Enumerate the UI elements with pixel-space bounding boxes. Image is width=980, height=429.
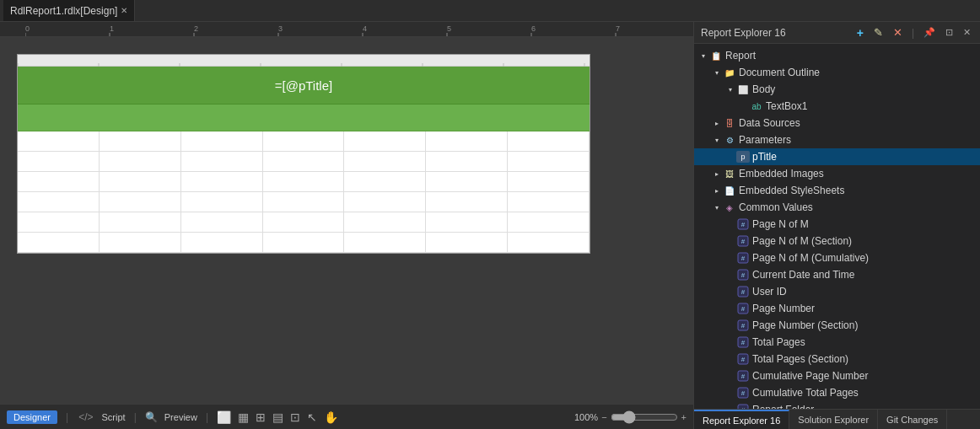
tree-label-embedded-stylesheets: Embedded StyleSheets — [739, 185, 844, 196]
explorer-pin-btn[interactable]: 📌 — [921, 25, 938, 40]
table-cell — [100, 192, 181, 212]
tree-item-page-n-of-m[interactable]: #Page N of M — [694, 216, 980, 233]
tree-icon-page-n-of-m: # — [736, 218, 750, 230]
table-cell — [181, 192, 263, 212]
svg-text:#: # — [741, 288, 746, 296]
svg-text:6: 6 — [531, 24, 536, 33]
tree-item-page-number-section[interactable]: #Page Number (Section) — [694, 317, 980, 334]
table-cell — [344, 212, 426, 232]
tree-item-current-date-time[interactable]: #Current Date and Time — [694, 266, 980, 283]
table-cell — [263, 172, 345, 191]
explorer-tab-solution-explorer[interactable]: Solution Explorer — [789, 410, 878, 429]
design-surface[interactable]: =[@pTitle] — [0, 37, 693, 404]
table-cell — [181, 172, 263, 191]
tree-icon-total-pages-section: # — [736, 353, 750, 365]
tree-item-report-folder[interactable]: #Report Folder — [694, 401, 980, 409]
tree-arrow-body[interactable] — [724, 86, 736, 94]
tree-arrow-embedded-images[interactable] — [711, 170, 723, 178]
layout-icon-4[interactable]: ▤ — [272, 410, 283, 424]
report-header-row: =[@pTitle] — [18, 67, 590, 105]
table-cell — [426, 212, 508, 232]
tree-icon-textbox1: ab — [750, 100, 763, 112]
tree-item-pTitle[interactable]: ppTitle — [694, 148, 980, 165]
tree-arrow-doc-outline[interactable] — [711, 69, 723, 77]
zoom-plus-icon[interactable]: + — [681, 412, 687, 422]
tab-design[interactable]: RdlReport1.rdlx[Design] ✕ — [3, 0, 135, 21]
table-cell — [508, 212, 590, 232]
table-cell — [426, 172, 508, 191]
tree-arrow-report[interactable] — [697, 52, 709, 60]
explorer-tab-git-changes[interactable]: Git Changes — [878, 410, 947, 429]
tree-arrow-embedded-stylesheets[interactable] — [711, 187, 723, 195]
explorer-sep: | — [912, 27, 914, 39]
layout-icon-2[interactable]: ▦ — [238, 410, 249, 424]
explorer-tab-report-explorer[interactable]: Report Explorer 16 — [694, 410, 789, 429]
tree-label-parameters: Parameters — [739, 134, 791, 146]
tree-item-textbox1[interactable]: abTextBox1 — [694, 98, 980, 115]
table-cell — [426, 152, 508, 171]
tree-item-user-id[interactable]: #User ID — [694, 283, 980, 300]
tree-icon-pTitle: p — [736, 151, 750, 163]
table-cell — [181, 233, 263, 252]
tree-item-data-sources[interactable]: 🗄Data Sources — [694, 115, 980, 131]
explorer-add-btn[interactable]: + — [854, 24, 866, 41]
search-icon: 🔍 — [145, 411, 158, 423]
report-title-text: =[@pTitle] — [275, 78, 332, 93]
script-label[interactable]: Script — [102, 412, 126, 422]
svg-text:#: # — [741, 221, 746, 228]
tree-item-body[interactable]: ⬜Body — [694, 81, 980, 98]
tree-item-cumulative-total-pages[interactable]: #Cumulative Total Pages — [694, 384, 980, 401]
tree-item-page-number[interactable]: #Page Number — [694, 300, 980, 317]
tree-label-cumulative-page-number: Cumulative Page Number — [752, 370, 868, 382]
table-cell — [344, 172, 426, 191]
layout-icon-5[interactable]: ⊡ — [290, 410, 300, 424]
explorer-close-btn[interactable]: ✕ — [961, 25, 973, 40]
explorer-title: Report Explorer 16 — [701, 27, 786, 39]
ruler: 0 1 2 3 4 5 6 7 — [0, 22, 693, 37]
tree-arrow-parameters[interactable] — [711, 137, 723, 144]
table-cell — [18, 131, 100, 151]
table-row — [18, 233, 590, 253]
tree-arrow-data-sources[interactable] — [711, 120, 723, 127]
tree-item-total-pages[interactable]: #Total Pages — [694, 334, 980, 351]
table-cell — [18, 152, 100, 171]
zoom-minus-icon[interactable]: − — [601, 412, 606, 422]
hand-icon[interactable]: ✋ — [324, 410, 338, 424]
tree-item-total-pages-section[interactable]: #Total Pages (Section) — [694, 351, 980, 367]
preview-label[interactable]: Preview — [164, 412, 197, 422]
layout-icon-1[interactable]: ⬜ — [217, 410, 231, 424]
explorer-edit-btn[interactable]: ✎ — [871, 24, 886, 40]
tree-item-embedded-stylesheets[interactable]: 📄Embedded StyleSheets — [694, 182, 980, 199]
explorer-float-btn[interactable]: ⊡ — [943, 25, 956, 40]
tree-item-report[interactable]: 📋Report — [694, 47, 980, 64]
cursor-icon[interactable]: ↖ — [307, 410, 317, 424]
tree-item-cumulative-page-number[interactable]: #Cumulative Page Number — [694, 367, 980, 384]
explorer-delete-btn[interactable]: ✕ — [891, 24, 905, 40]
svg-text:3: 3 — [278, 24, 283, 33]
tree-arrow-common-values[interactable] — [711, 204, 723, 212]
explorer-tree[interactable]: 📋Report📁Document Outline⬜BodyabTextBox1🗄… — [694, 44, 980, 409]
designer-button[interactable]: Designer — [7, 410, 57, 424]
tab-close-icon[interactable]: ✕ — [121, 6, 127, 15]
tree-item-page-n-of-m-section[interactable]: #Page N of M (Section) — [694, 233, 980, 249]
tree-item-page-n-of-m-cumulative[interactable]: #Page N of M (Cumulative) — [694, 249, 980, 266]
tree-item-common-values[interactable]: ◈Common Values — [694, 199, 980, 216]
tree-item-embedded-images[interactable]: 🖼Embedded Images — [694, 165, 980, 182]
tree-label-total-pages: Total Pages — [752, 336, 805, 348]
table-cell — [18, 233, 100, 252]
sep2: | — [134, 411, 137, 423]
table-row — [18, 212, 590, 233]
explorer-tabs: Report Explorer 16Solution ExplorerGit C… — [694, 409, 980, 429]
table-cell — [181, 152, 263, 171]
tree-item-doc-outline[interactable]: 📁Document Outline — [694, 64, 980, 81]
tree-item-parameters[interactable]: ⚙Parameters — [694, 131, 980, 148]
table-cell — [508, 172, 590, 191]
table-row — [18, 152, 590, 172]
layout-icon-3[interactable]: ⊞ — [256, 410, 266, 424]
table-cell — [263, 212, 345, 232]
svg-text:7: 7 — [616, 24, 620, 33]
zoom-slider[interactable] — [611, 410, 678, 424]
tree-label-page-n-of-m: Page N of M — [752, 218, 809, 230]
tree-label-page-n-of-m-cumulative: Page N of M (Cumulative) — [752, 252, 869, 264]
tree-label-user-id: User ID — [752, 286, 787, 298]
